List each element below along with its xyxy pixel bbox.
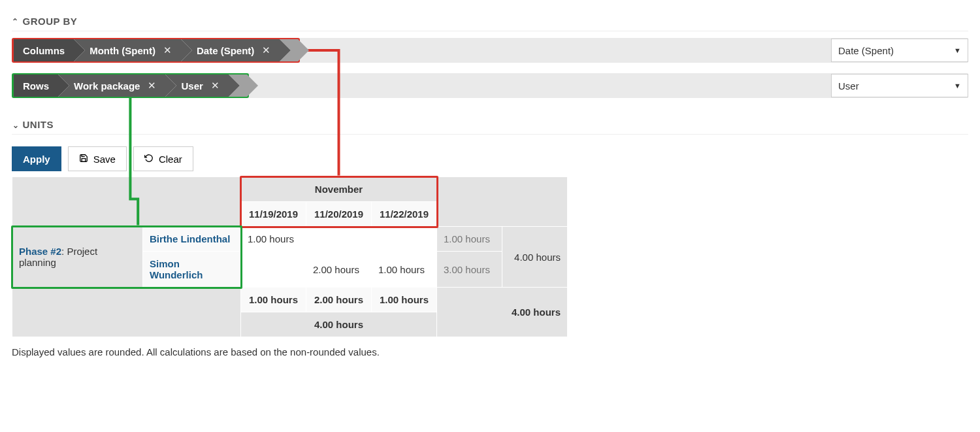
- col-header-date-0: 11/19/2019: [241, 202, 306, 227]
- col-total-2: 1.00 hours: [372, 288, 437, 312]
- columns-label-crumb: Columns: [14, 39, 74, 61]
- units-header[interactable]: ⌃ UNITS: [12, 115, 968, 135]
- rows-breadcrumb: Rows Work package ✕ User ✕: [12, 73, 249, 98]
- col-header-date-1: 11/20/2019: [306, 202, 372, 227]
- col-total-0: 1.00 hours: [241, 288, 306, 312]
- save-icon: [79, 154, 88, 165]
- col-header-date-2: 11/22/2019: [372, 202, 437, 227]
- rows-dimension-select[interactable]: User ▼: [831, 74, 968, 97]
- save-button[interactable]: Save: [68, 146, 127, 171]
- columns-breadcrumb: Columns Month (Spent) ✕ Date (Spent) ✕: [12, 38, 300, 63]
- rows-label-crumb: Rows: [14, 75, 58, 97]
- rows-chip-work-package[interactable]: Work package ✕: [58, 75, 165, 97]
- cell-value: 1.00 hours: [372, 252, 437, 288]
- footnote-text: Displayed values are rounded. All calcul…: [12, 346, 968, 357]
- undo-icon: [144, 154, 154, 165]
- close-icon[interactable]: ✕: [211, 80, 220, 91]
- chevron-down-icon: ▼: [954, 46, 961, 54]
- cell-value: 2.00 hours: [306, 252, 372, 288]
- row-total-wp: 4.00 hours: [502, 227, 568, 288]
- group-by-rows-row: Rows Work package ✕ User ✕ User ▼: [12, 73, 968, 98]
- columns-chip-date-spent[interactable]: Date (Spent) ✕: [181, 39, 280, 61]
- group-by-header[interactable]: ⌃ GROUP BY: [12, 12, 968, 31]
- group-by-columns-row: Columns Month (Spent) ✕ Date (Spent) ✕ D…: [12, 38, 968, 63]
- col-total-1: 2.00 hours: [306, 288, 372, 312]
- columns-dimension-select[interactable]: Date (Spent) ▼: [831, 39, 968, 62]
- group-by-title: GROUP BY: [23, 16, 78, 27]
- row-total-user-1: 3.00 hours: [437, 252, 502, 288]
- work-package-link[interactable]: Phase #2: [19, 246, 61, 257]
- report-table: November 11/19/2019 11/20/2019 11/22/201…: [12, 176, 568, 337]
- grand-total: 4.00 hours: [437, 288, 568, 337]
- row-total-user-0: 1.00 hours: [437, 227, 502, 252]
- clear-button[interactable]: Clear: [133, 146, 193, 171]
- row-header-user-0[interactable]: Birthe Lindenthal: [143, 227, 241, 252]
- rows-select-value: User: [838, 80, 859, 91]
- col-header-month: November: [241, 177, 437, 202]
- close-icon[interactable]: ✕: [163, 44, 172, 56]
- apply-button[interactable]: Apply: [12, 146, 61, 171]
- chevron-down-icon: ▼: [954, 82, 961, 90]
- cell-value: 1.00 hours: [241, 227, 306, 252]
- row-header-user-1[interactable]: Simon Wunderlich: [143, 252, 241, 288]
- close-icon[interactable]: ✕: [148, 80, 156, 91]
- chevron-down-icon: ⌃: [12, 120, 19, 129]
- chevron-up-icon: ⌃: [12, 17, 19, 26]
- columns-chip-month-spent[interactable]: Month (Spent) ✕: [74, 39, 181, 61]
- close-icon[interactable]: ✕: [262, 44, 270, 56]
- cell-value: [372, 227, 437, 252]
- row-header-work-package[interactable]: Phase #2: Project planning: [12, 227, 143, 288]
- cell-value: [241, 252, 306, 288]
- units-title: UNITS: [23, 119, 54, 130]
- cell-value: [306, 227, 372, 252]
- columns-select-value: Date (Spent): [838, 45, 894, 56]
- month-total: 4.00 hours: [241, 312, 437, 337]
